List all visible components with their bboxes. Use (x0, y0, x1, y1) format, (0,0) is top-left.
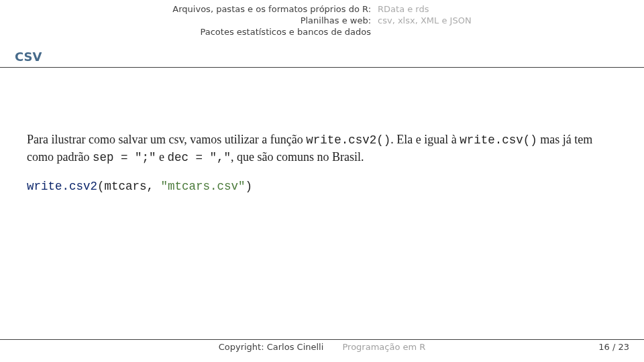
body-text-2: . Ela e igual à (390, 133, 460, 146)
code-func: write.csv2 (27, 180, 97, 193)
nav-row-0-right[interactable]: RData e rds (378, 4, 472, 14)
section-title: CSV (0, 50, 644, 66)
nav-row-2-right[interactable] (378, 27, 472, 37)
body-text-4: e (156, 150, 167, 164)
inline-code-fn2: write.csv() (460, 133, 537, 147)
code-args-close: ) (246, 180, 253, 193)
body-content: Para ilustrar como salvar um csv, vamos … (27, 131, 617, 195)
code-args-open: (mtcars, (97, 180, 161, 193)
footer-page-number: 16 / 23 (598, 342, 629, 352)
section-header: CSV (0, 50, 644, 68)
nav-row-0-left[interactable]: Arquivos, pastas e os formatos próprios … (172, 4, 371, 14)
footer-copyright: Copyright: Carlos Cinelli (219, 342, 324, 352)
nav-row-1-right[interactable]: csv, xlsx, XML e JSON (378, 15, 472, 25)
code-block: write.csv2(mtcars, "mtcars.csv") (27, 179, 617, 195)
body-paragraph: Para ilustrar como salvar um csv, vamos … (27, 131, 617, 166)
inline-code-opt2: dec = "," (167, 151, 231, 164)
inline-code-fn1: write.csv2() (306, 133, 390, 147)
section-rule (0, 67, 644, 68)
footer: Copyright: Carlos Cinelli Programação em… (0, 342, 644, 357)
body-text-1: Para ilustrar como salvar um csv, vamos … (27, 133, 306, 146)
nav-row-1-left[interactable]: Planilhas e web: (172, 15, 371, 25)
code-string: "mtcars.csv" (161, 180, 246, 193)
nav-row-2-left[interactable]: Pacotes estatísticos e bancos de dados (172, 27, 371, 37)
footer-title: Programação em R (342, 342, 425, 352)
footer-rule (0, 339, 644, 340)
inline-code-opt1: sep = ";" (93, 151, 156, 164)
body-text-5: , que são comuns no Brasil. (231, 150, 364, 164)
nav-sections: Arquivos, pastas e os formatos próprios … (0, 4, 644, 37)
